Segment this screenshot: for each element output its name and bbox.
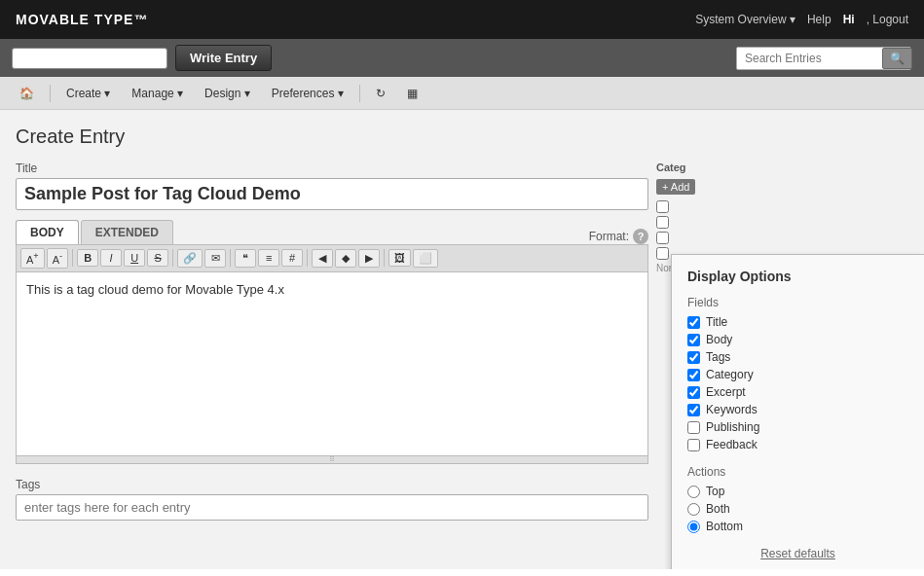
display-options-panel: Display Options Fields Title Body Tags C… [671, 254, 924, 569]
underline-btn[interactable]: U [124, 249, 145, 267]
grid-nav-item[interactable]: ▦ [397, 82, 427, 105]
align-center-btn[interactable]: ◆ [335, 249, 356, 268]
field-excerpt-checkbox[interactable] [687, 386, 700, 399]
field-keywords-checkbox[interactable] [687, 404, 700, 416]
category-checkbox-4[interactable] [656, 247, 669, 260]
field-body-checkbox[interactable] [687, 334, 700, 346]
create-menu-item[interactable]: Create ▾ [56, 82, 120, 105]
field-keywords-label: Keywords [706, 403, 758, 416]
design-menu-item[interactable]: Design ▾ [195, 82, 260, 105]
action-both-label: Both [706, 502, 730, 516]
bold-btn[interactable]: B [77, 249, 98, 267]
secondary-nav: 🏠 Create ▾ Manage ▾ Design ▾ Preferences… [0, 77, 924, 110]
action-top-label: Top [706, 485, 724, 498]
field-title-checkbox[interactable] [687, 316, 700, 329]
actions-section: Actions Top Both Bottom [687, 465, 908, 533]
logout-link[interactable]: , Logout [867, 13, 908, 26]
field-category-checkbox[interactable] [687, 369, 700, 381]
toolbar-sep-3 [230, 249, 231, 267]
font-increase-btn[interactable]: A+ [20, 248, 45, 269]
html-btn[interactable]: ⬜ [413, 249, 438, 268]
reset-defaults-link[interactable]: Reset defaults [687, 547, 908, 560]
action-bar: Write Entry 🔍 [0, 39, 924, 77]
field-publishing-checkbox[interactable] [687, 421, 700, 434]
toolbar-sep-4 [307, 249, 308, 267]
fields-section-label: Fields [687, 296, 908, 309]
category-checkbox-2[interactable] [656, 216, 669, 229]
italic-btn[interactable]: I [100, 249, 122, 267]
field-publishing-label: Publishing [706, 420, 759, 434]
body-tab[interactable]: BODY [16, 220, 79, 244]
field-feedback-row: Feedback [687, 438, 908, 451]
ul-btn[interactable]: ≡ [258, 249, 279, 267]
app-logo: MOVABLE TYPE™ [16, 12, 148, 27]
field-body-row: Body [687, 333, 908, 346]
system-overview-link[interactable]: System Overview ▾ [695, 13, 795, 26]
display-options-title: Display Options [687, 269, 908, 284]
top-bar-left: MOVABLE TYPE™ [16, 12, 148, 27]
field-category-label: Category [706, 368, 754, 381]
refresh-nav-item[interactable]: ↻ [366, 82, 395, 105]
title-label: Title [16, 162, 648, 175]
category-add-button[interactable]: + Add [656, 179, 695, 195]
category-checkbox-1[interactable] [656, 200, 669, 213]
field-tags-checkbox[interactable] [687, 351, 700, 364]
field-tags-row: Tags [687, 350, 908, 364]
action-bottom-label: Bottom [706, 520, 743, 533]
page-title: Create Entry [16, 126, 908, 148]
search-button[interactable]: 🔍 [882, 48, 912, 69]
top-bar-right: System Overview ▾ Help Hi , Logout [695, 13, 908, 26]
tags-section: Tags [16, 478, 648, 521]
help-link[interactable]: Help [807, 13, 832, 26]
field-publishing-row: Publishing [687, 420, 908, 434]
editor-resize-handle[interactable]: ⠿ [16, 456, 648, 464]
strikethrough-btn[interactable]: S [147, 249, 168, 267]
user-greeting: Hi [843, 13, 855, 26]
action-bottom-row: Bottom [687, 520, 908, 533]
field-excerpt-row: Excerpt [687, 385, 908, 399]
font-decrease-btn[interactable]: A- [47, 248, 68, 269]
editor-content: This is a tag cloud demo for Movable Typ… [26, 282, 284, 297]
action-top-radio[interactable] [687, 486, 700, 498]
body-tabs: BODY EXTENDED Format: ? [16, 220, 648, 244]
email-btn[interactable]: ✉ [204, 249, 226, 268]
align-left-btn[interactable]: ◀ [312, 249, 333, 268]
link-btn[interactable]: 🔗 [177, 249, 203, 268]
field-feedback-label: Feedback [706, 438, 758, 451]
ol-btn[interactable]: # [281, 249, 303, 267]
toolbar-sep-2 [172, 249, 173, 267]
nav-separator-2 [359, 85, 360, 102]
preferences-menu-item[interactable]: Preferences ▾ [262, 82, 353, 105]
blockquote-btn[interactable]: ❝ [235, 249, 256, 268]
action-both-row: Both [687, 502, 908, 516]
entry-form: Title BODY EXTENDED Format: ? A+ A- B I … [16, 162, 648, 521]
top-bar: MOVABLE TYPE™ System Overview ▾ Help Hi … [0, 0, 924, 39]
toolbar-sep-1 [72, 249, 73, 267]
actions-section-label: Actions [687, 465, 908, 479]
nav-separator [50, 85, 51, 102]
extended-tab[interactable]: EXTENDED [81, 220, 173, 244]
home-nav-item[interactable]: 🏠 [10, 82, 44, 105]
image-btn[interactable]: 🖼 [388, 249, 411, 267]
content-area: Create Entry Title BODY EXTENDED Format:… [0, 110, 924, 569]
blog-selector[interactable] [12, 48, 167, 69]
field-title-row: Title [687, 315, 908, 329]
title-input[interactable] [16, 178, 648, 210]
action-top-row: Top [687, 485, 908, 498]
align-right-btn[interactable]: ▶ [358, 249, 380, 268]
write-entry-button[interactable]: Write Entry [175, 45, 272, 71]
editor-area[interactable]: This is a tag cloud demo for Movable Typ… [16, 271, 648, 456]
search-wrap: 🔍 [736, 47, 912, 70]
category-checkbox-3[interactable] [656, 232, 669, 244]
manage-menu-item[interactable]: Manage ▾ [122, 82, 193, 105]
field-title-label: Title [706, 315, 727, 329]
action-bottom-radio[interactable] [687, 521, 700, 533]
tags-label: Tags [16, 478, 648, 491]
toolbar-sep-5 [384, 249, 385, 267]
field-feedback-checkbox[interactable] [687, 439, 700, 451]
format-help-icon[interactable]: ? [633, 229, 648, 244]
fields-section: Fields Title Body Tags Category Excerpt [687, 296, 908, 451]
tags-input[interactable] [16, 494, 648, 521]
action-both-radio[interactable] [687, 503, 700, 516]
field-excerpt-label: Excerpt [706, 385, 746, 399]
